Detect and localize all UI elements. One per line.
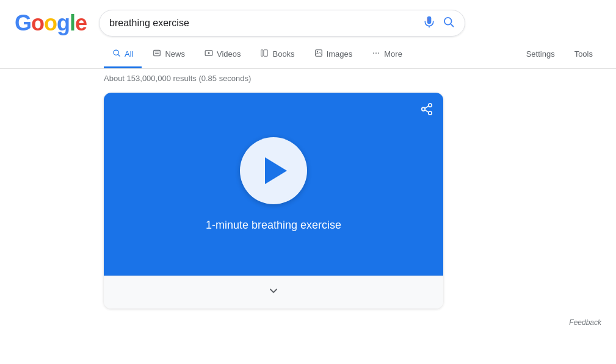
svg-rect-12 (315, 50, 322, 57)
tab-more-label: More (384, 49, 402, 59)
logo-letter-g2: g (57, 10, 70, 35)
results-info: About 153,000,000 results (0.85 seconds) (0, 69, 616, 88)
tab-all[interactable]: All (104, 41, 142, 68)
header: Google (0, 0, 616, 37)
svg-rect-10 (261, 50, 263, 57)
play-button[interactable] (240, 137, 307, 204)
tab-videos[interactable]: Videos (196, 41, 250, 68)
tab-videos-label: Videos (217, 49, 241, 59)
svg-point-15 (375, 52, 377, 54)
settings-label: Settings (526, 49, 555, 59)
logo-letter-o1: o (31, 10, 44, 35)
svg-rect-0 (428, 18, 429, 21)
tab-images-label: Images (327, 49, 353, 59)
images-icon (314, 49, 323, 59)
feedback-area: Feedback (0, 313, 616, 332)
more-icon (372, 49, 380, 59)
svg-line-20 (425, 106, 429, 109)
chevron-down-icon (267, 285, 280, 300)
share-button[interactable] (420, 102, 433, 119)
search-icons (423, 16, 455, 31)
svg-line-2 (451, 23, 454, 26)
breathing-card: 1-minute breathing exercise (104, 93, 443, 309)
svg-rect-11 (264, 50, 267, 57)
play-triangle-icon (265, 157, 287, 184)
tab-more[interactable]: More (363, 41, 411, 68)
svg-point-13 (316, 51, 317, 52)
logo-letter-e: e (75, 10, 87, 35)
microphone-icon[interactable] (423, 16, 435, 31)
svg-line-4 (118, 54, 120, 56)
settings-tab[interactable]: Settings (518, 42, 563, 68)
tab-news-label: News (165, 49, 185, 59)
nav-tabs: All News Videos Books Images More Settin… (0, 41, 616, 69)
tab-images[interactable]: Images (306, 41, 361, 68)
video-title: 1-minute breathing exercise (206, 219, 341, 232)
results-count: About 153,000,000 results (0.85 seconds) (104, 74, 251, 83)
breathing-video-panel[interactable]: 1-minute breathing exercise (104, 93, 443, 276)
logo-letter-o2: o (44, 10, 57, 35)
svg-rect-5 (154, 50, 161, 55)
feedback-label: Feedback (569, 318, 601, 327)
tab-all-label: All (125, 49, 133, 59)
all-icon (112, 49, 121, 59)
logo-letter-l: l (70, 10, 75, 35)
tools-label: Tools (574, 49, 593, 59)
svg-marker-9 (208, 52, 211, 54)
svg-point-16 (378, 52, 379, 54)
search-bar (99, 10, 465, 37)
svg-point-14 (373, 52, 374, 54)
search-icon[interactable] (443, 16, 455, 31)
videos-icon (205, 49, 213, 59)
svg-line-21 (425, 110, 429, 112)
expand-button[interactable] (104, 276, 443, 309)
feedback-link[interactable]: Feedback (569, 318, 601, 327)
search-input[interactable] (109, 18, 423, 29)
main-content: 1-minute breathing exercise (0, 88, 458, 313)
google-logo[interactable]: Google (15, 10, 87, 36)
tab-news[interactable]: News (144, 41, 194, 68)
logo-letter-g: G (15, 10, 31, 35)
news-icon (153, 49, 161, 59)
books-icon (260, 49, 269, 59)
tab-books[interactable]: Books (252, 41, 303, 68)
nav-right: Settings Tools (518, 42, 601, 68)
tools-tab[interactable]: Tools (566, 42, 601, 68)
tab-books-label: Books (272, 49, 294, 59)
